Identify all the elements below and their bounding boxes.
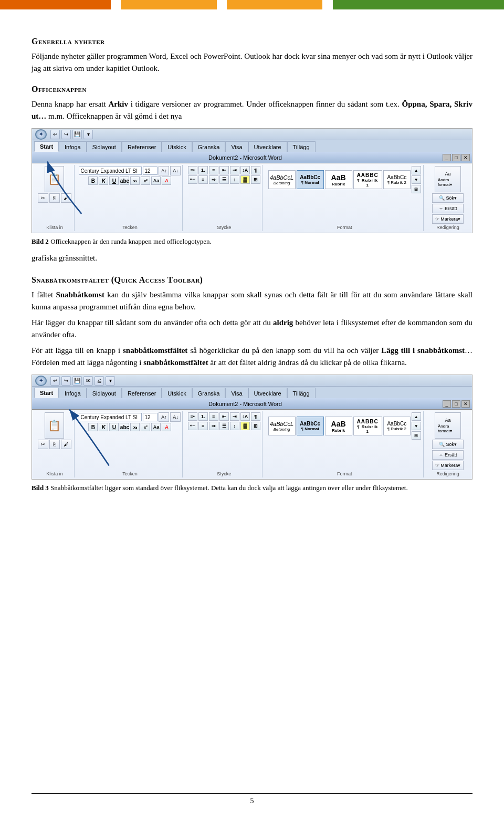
tab-sidlayout-1[interactable]: Sidlayout: [87, 141, 122, 152]
decrease-indent-button[interactable]: ⇤: [219, 166, 229, 174]
decrease-indent-button-2[interactable]: ⇤: [219, 412, 229, 421]
save-button-2[interactable]: 💾: [72, 376, 82, 386]
align-right-button-2[interactable]: ⇒: [209, 422, 218, 430]
tab-tillagg-2[interactable]: Tillägg: [287, 388, 316, 398]
replace-button-2[interactable]: ↔ Ersätt: [432, 450, 464, 460]
align-center-button-2[interactable]: ≡: [198, 422, 208, 430]
justify-button-2[interactable]: ☰: [219, 422, 229, 430]
search-button[interactable]: 🔍 Sök▾: [432, 193, 464, 203]
tab-start-1[interactable]: Start: [34, 141, 59, 152]
copy-button-2[interactable]: ⎘: [49, 440, 60, 449]
multilevel-button-2[interactable]: ≡: [209, 412, 218, 421]
format-painter-button-2[interactable]: 🖌: [61, 440, 71, 449]
change-format-button-2[interactable]: Aa Ändra format▾: [435, 412, 461, 439]
copy-button[interactable]: ⎘: [49, 193, 60, 203]
tab-utskick-2[interactable]: Utskick: [162, 388, 192, 398]
change-format-button[interactable]: Aa Ändra format▾: [435, 166, 461, 192]
undo-button-2[interactable]: ↩: [50, 376, 60, 386]
font-size-input[interactable]: [143, 167, 158, 175]
tab-visa-1[interactable]: Visa: [225, 141, 248, 152]
highlight-button[interactable]: A: [162, 176, 171, 185]
increase-font-button-2[interactable]: A↑: [159, 412, 169, 422]
maximize-button-1[interactable]: □: [452, 154, 460, 161]
decrease-font-button-2[interactable]: A↓: [170, 412, 181, 422]
extra-btn-2[interactable]: ▾: [106, 376, 115, 386]
tab-utskick-1[interactable]: Utskick: [162, 141, 192, 152]
align-right-button[interactable]: ⇒: [209, 175, 218, 184]
tab-granska-2[interactable]: Granska: [192, 388, 226, 398]
close-button-1[interactable]: ✕: [461, 154, 470, 161]
style-more[interactable]: ⊞: [412, 185, 421, 193]
tab-infoga-2[interactable]: Infoga: [59, 388, 87, 398]
style-rubrik2[interactable]: AaBbCc ¶ Rubrik 2: [383, 170, 411, 189]
extra-btn[interactable]: ▾: [83, 130, 93, 139]
tab-utvecklare-1[interactable]: Utvecklare: [248, 141, 287, 152]
italic-button-2[interactable]: K: [99, 423, 108, 431]
shading-button-2[interactable]: ▓: [240, 422, 250, 430]
style-scroll-up[interactable]: ▲: [412, 166, 421, 174]
strikethrough-button-2[interactable]: abc: [120, 423, 129, 431]
align-center-button[interactable]: ≡: [198, 175, 208, 184]
superscript-button[interactable]: x²: [141, 176, 150, 185]
paste-button-2[interactable]: 📋: [45, 412, 64, 439]
multilevel-button[interactable]: ≡: [209, 166, 218, 174]
style-scroll-down[interactable]: ▼: [412, 175, 421, 184]
bold-button[interactable]: B: [88, 176, 98, 185]
style-rubrik1-2[interactable]: AABBC ¶ Rubrik 1: [353, 417, 382, 435]
paste-button[interactable]: 📋: [45, 166, 64, 192]
underline-button-2[interactable]: U: [109, 423, 119, 431]
print-button-2[interactable]: 🖨: [94, 376, 104, 386]
align-left-button[interactable]: ⬸: [188, 175, 197, 184]
office-button-2[interactable]: ✦: [35, 376, 47, 386]
show-formatting-button[interactable]: ¶: [251, 166, 260, 174]
redo-button-2[interactable]: ↪: [61, 376, 71, 386]
linespacing-button[interactable]: ↕: [230, 175, 239, 184]
show-formatting-button-2[interactable]: ¶: [251, 412, 260, 421]
italic-button[interactable]: K: [99, 176, 108, 185]
minimize-button-2[interactable]: _: [443, 400, 451, 408]
shading-button[interactable]: ▓: [240, 175, 250, 184]
style-scroll-down-2[interactable]: ▼: [412, 422, 421, 430]
undo-button[interactable]: ↩: [50, 130, 60, 139]
border-button-2[interactable]: ⊞: [251, 422, 260, 430]
tab-referenser-1[interactable]: Referenser: [122, 141, 162, 152]
numbering-button-2[interactable]: 1.: [198, 412, 208, 421]
select-button[interactable]: ☞ Markera▾: [432, 214, 464, 224]
sort-button[interactable]: ↕A: [240, 166, 250, 174]
bullets-button-2[interactable]: ≡•: [188, 412, 197, 421]
close-button-2[interactable]: ✕: [461, 400, 470, 408]
tab-infoga-1[interactable]: Infoga: [59, 141, 87, 152]
cut-button-2[interactable]: ✂: [38, 440, 48, 449]
justify-button[interactable]: ☰: [219, 175, 229, 184]
strikethrough-button[interactable]: abc: [120, 176, 129, 185]
increase-font-button[interactable]: A↑: [159, 166, 169, 175]
increase-indent-button-2[interactable]: ⇥: [230, 412, 239, 421]
style-betoning[interactable]: 4aBbCcL Betoning: [268, 170, 296, 189]
style-betoning-2[interactable]: 4aBbCcL Betoning: [268, 417, 296, 435]
subscript-button-2[interactable]: x₂: [130, 423, 140, 431]
maximize-button-2[interactable]: □: [452, 400, 460, 408]
bullets-button[interactable]: ≡•: [188, 166, 197, 174]
tab-tillagg-1[interactable]: Tillägg: [287, 141, 316, 152]
style-rubrik[interactable]: AaB Rubrik: [325, 170, 352, 189]
tab-sidlayout-2[interactable]: Sidlayout: [87, 388, 122, 398]
superscript-button-2[interactable]: x²: [141, 423, 150, 431]
font-name-input[interactable]: [79, 167, 142, 175]
format-painter-button[interactable]: 🖌: [61, 193, 71, 203]
style-rubrik-2[interactable]: AaB Rubrik: [325, 417, 352, 435]
tab-visa-2[interactable]: Visa: [225, 388, 248, 398]
style-normal[interactable]: AaBbCc ¶ Normal: [297, 170, 324, 189]
font-size-input-2[interactable]: [143, 413, 158, 421]
linespacing-button-2[interactable]: ↕: [230, 422, 239, 430]
aa-button[interactable]: Aa: [151, 176, 161, 185]
tab-referenser-2[interactable]: Referenser: [122, 388, 162, 398]
decrease-font-button[interactable]: A↓: [170, 166, 181, 175]
style-more-2[interactable]: ⊞: [412, 431, 421, 440]
increase-indent-button[interactable]: ⇥: [230, 166, 239, 174]
numbering-button[interactable]: 1.: [198, 166, 208, 174]
style-rubrik1[interactable]: AABBC ¶ Rubrik 1: [353, 170, 382, 189]
mail-button-2[interactable]: ✉: [83, 376, 93, 386]
tab-utvecklare-2[interactable]: Utvecklare: [248, 388, 287, 398]
search-button-2[interactable]: 🔍 Sök▾: [432, 440, 464, 449]
sort-button-2[interactable]: ↕A: [240, 412, 250, 421]
